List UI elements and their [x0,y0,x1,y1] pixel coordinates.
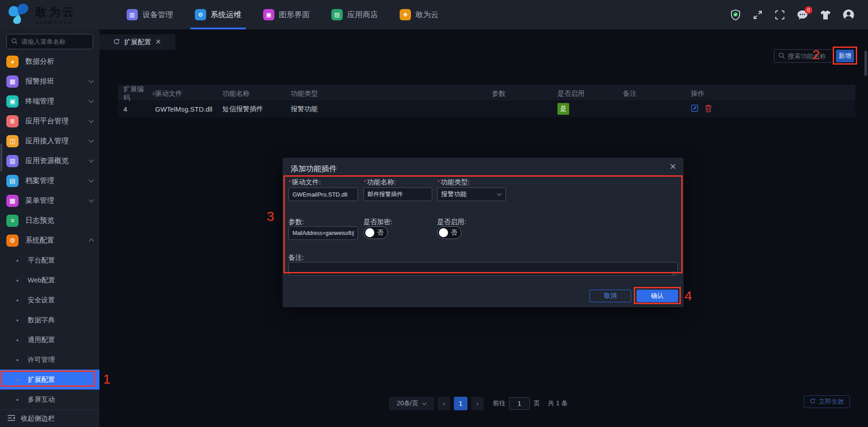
sidebar-subitem-label: 多屏互动 [28,395,55,404]
user-avatar[interactable] [843,9,854,21]
terminal-icon: ▣ [6,95,19,108]
sidebar-item-system-config[interactable]: ⚙ 系统配置 [0,230,99,250]
nav-label: 系统运维 [211,9,241,20]
logo-subtitle: GANWEIYUN [35,20,76,25]
next-page-button[interactable]: › [471,397,484,410]
enable-label: 是否启用: [437,218,466,226]
chevron-down-icon [89,117,94,122]
app-logo[interactable]: 敢为云 GANWEIYUN [0,3,104,27]
security-shield-icon[interactable] [730,9,741,21]
bullet-icon: • [16,277,19,284]
sidebar-subitem-multiscreen[interactable]: • 多屏互动 [0,389,99,409]
chevron-down-icon [89,197,94,202]
col-header-extension-code[interactable]: 扩展编码 ▲▼ [123,85,155,102]
driver-file-input[interactable] [288,188,358,201]
sidebar-item-archive-mgmt[interactable]: ▤ 档案管理 [0,171,99,191]
total-count-label: 共 1 条 [548,399,568,408]
collapse-sidebar-button[interactable]: 收起侧边栏 [0,409,99,427]
delete-icon[interactable] [705,104,712,114]
enable-toggle[interactable]: 否 [437,226,462,239]
nav-item-system-ops[interactable]: ⚙ 系统运维 [195,0,241,29]
refresh-icon [810,398,816,405]
sidebar-item-app-platform-mgmt[interactable]: ≣ 应用平台管理 [0,111,99,131]
function-type-select[interactable]: 报警功能 [437,188,506,201]
nav-label: 图形界面 [279,9,310,20]
modal-title: 添加功能插件 [291,164,337,174]
current-page-button[interactable]: 1 [454,397,467,410]
add-button[interactable]: 新增 [836,50,854,62]
function-type-label: *功能类型: [437,178,470,187]
edit-icon[interactable] [691,104,698,113]
sidebar-item-label: 应用资源概览 [25,156,69,166]
theme-shirt-icon[interactable] [820,9,831,20]
remark-label: 备注: [288,253,304,262]
remark-textarea[interactable] [288,262,678,276]
col-header-function-type: 功能类型 [291,89,492,98]
chevron-down-icon [89,177,94,182]
cancel-button[interactable]: 取消 [590,290,631,302]
sidebar-subitem-general-config[interactable]: • 通用配置 [0,330,99,350]
layers-icon: ≣ [6,115,19,127]
resource-icon: ▥ [6,155,19,167]
sidebar-scrollbar-thumb[interactable] [0,144,2,172]
function-search-input[interactable] [788,52,829,60]
required-marker: * [363,178,366,186]
messages-icon[interactable]: 0 [797,9,808,20]
sort-icon[interactable]: ▲▼ [152,91,155,96]
search-icon [778,52,785,60]
refresh-icon[interactable] [113,38,120,46]
function-name-input[interactable] [363,188,432,201]
sidebar-item-data-analysis[interactable]: ◕ 数据分析 [0,52,99,71]
nav-item-ganweiyun[interactable]: ❖ 敢为云 [400,0,439,29]
params-input[interactable] [288,226,358,240]
butterfly-logo-icon [7,3,31,27]
tab-close-icon[interactable]: ✕ [155,38,161,46]
pagination: 20条/页 ‹ 1 › 前往 页 共 1 条 [389,397,568,410]
message-count-badge: 0 [805,6,812,14]
encrypt-label: 是否加密: [363,218,392,226]
toggle-knob [439,228,448,237]
sidebar-subitem-label: 平台配置 [28,256,55,265]
sidebar-subitem-label: 数据字典 [28,316,55,324]
pie-chart-icon: ◕ [6,56,19,68]
menu-search-input[interactable] [21,38,103,45]
bullet-icon: • [16,336,19,344]
chevron-down-icon [497,192,502,196]
cell-extension-code: 4 [123,105,155,113]
nav-item-graphic-ui[interactable]: ▣ 图形界面 [263,0,310,29]
screenshot-frame-icon[interactable] [774,9,785,20]
prev-page-button[interactable]: ‹ [438,397,450,410]
sidebar-subitem-label: 安全设置 [28,296,55,305]
window-scrollbar-thumb[interactable] [864,51,867,76]
sidebar-item-label: 日志预览 [25,216,54,225]
sidebar-subitem-platform-config[interactable]: • 平台配置 [0,250,99,270]
confirm-button[interactable]: 确认 [637,290,678,302]
table-header-row: 扩展编码 ▲▼ 驱动文件 功能名称 功能类型 参数 是否启用 备注 操作 [118,85,855,100]
tab-extension-config[interactable]: 扩展配置 ✕ [99,34,175,50]
sidebar-subitem-label: 通用配置 [28,336,55,344]
sidebar-item-terminal-mgmt[interactable]: ▣ 终端管理 [0,91,99,111]
nav-item-device-mgmt[interactable]: ▥ 设备管理 [127,0,173,29]
bullet-icon: • [16,257,19,264]
sidebar-subitem-security-settings[interactable]: • 安全设置 [0,290,99,310]
sidebar-item-alarm-schedule[interactable]: ▦ 报警排班 [0,71,99,91]
fullscreen-icon[interactable] [752,9,763,20]
page-size-select[interactable]: 20条/页 [389,397,434,410]
goto-page-input[interactable] [509,397,530,410]
cell-function-name: 短信报警插件 [222,105,291,113]
tab-label: 扩展配置 [124,38,151,47]
function-search-box[interactable] [774,49,833,63]
sidebar-subitem-web-config[interactable]: • Web配置 [0,270,99,290]
sidebar-item-app-resource-overview[interactable]: ▥ 应用资源概览 [0,151,99,171]
sidebar-item-app-access-mgmt[interactable]: ◫ 应用接入管理 [0,131,99,151]
modal-close-icon[interactable]: ✕ [670,162,676,172]
sidebar-subitem-license-mgmt[interactable]: • 许可管理 [0,350,99,370]
encrypt-toggle[interactable]: 否 [363,226,388,239]
sidebar-subitem-extension-config[interactable]: • 扩展配置 [0,370,99,389]
sidebar-item-menu-mgmt[interactable]: ▩ 菜单管理 [0,191,99,211]
sidebar-subitem-data-dictionary[interactable]: • 数据字典 [0,310,99,330]
menu-search-box[interactable] [6,34,93,49]
nav-item-app-store[interactable]: ▤ 应用商店 [331,0,378,29]
sidebar-item-log-preview[interactable]: ≡ 日志预览 [0,211,99,230]
apply-now-button[interactable]: 立即生效 [804,395,850,408]
